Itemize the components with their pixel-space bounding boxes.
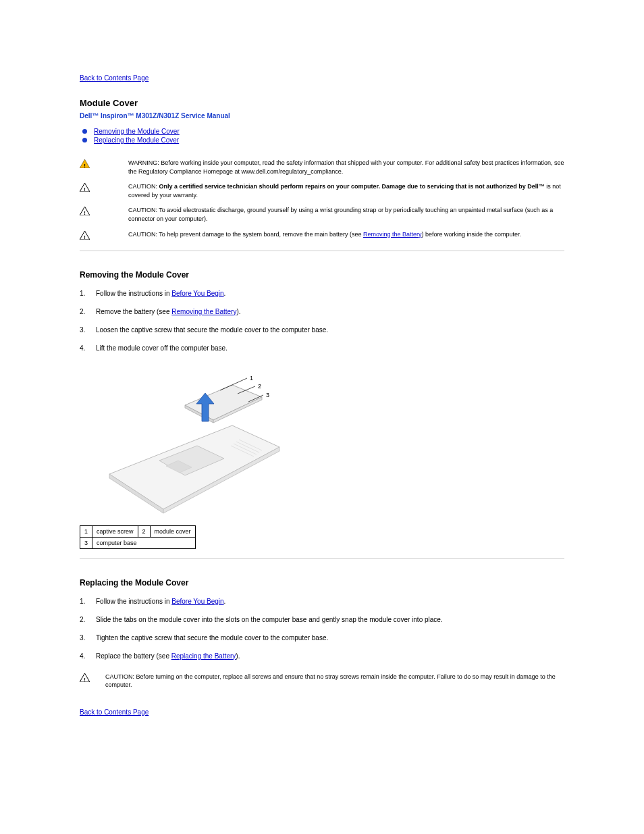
step-text: Follow the instructions in xyxy=(96,290,171,297)
svg-text:!: ! xyxy=(84,676,86,682)
svg-text:1: 1 xyxy=(250,375,253,382)
step: Replace the battery (see Replacing the B… xyxy=(80,652,564,660)
caution-bold: Only a certified service technician shou… xyxy=(159,183,545,190)
svg-text:!: ! xyxy=(84,163,86,169)
step: Slide the tabs on the module cover into … xyxy=(80,615,564,624)
removing-battery-link[interactable]: Removing the Battery xyxy=(363,231,422,238)
caution-block: ! CAUTION: To avoid electrostatic discha… xyxy=(80,206,564,223)
step: Tighten the captive screw that secure th… xyxy=(80,633,564,642)
table-row: 1 captive screw 2 module cover xyxy=(80,525,196,537)
figure: 1 2 3 xyxy=(97,366,564,516)
step-text: ). xyxy=(236,308,240,315)
legend-label: module cover xyxy=(150,525,195,537)
caution-icon: ! xyxy=(80,182,92,193)
divider xyxy=(80,251,564,251)
document-page: Back to Contents Page Module Cover Dell™… xyxy=(0,0,644,773)
toc-item: Removing the Module Cover xyxy=(82,128,564,135)
back-to-contents-top: Back to Contents Page xyxy=(80,74,564,82)
step-text: . xyxy=(224,598,226,605)
removing-battery-link[interactable]: Removing the Battery xyxy=(171,308,236,315)
step-text: Tighten the captive screw that secure th… xyxy=(96,634,328,642)
step: Loosen the captive screw that secure the… xyxy=(80,325,564,334)
toc-item: Replacing the Module Cover xyxy=(82,136,564,144)
before-you-begin-link[interactable]: Before You Begin xyxy=(171,290,223,297)
bullet-icon xyxy=(82,138,87,142)
legend-num: 2 xyxy=(138,525,150,537)
step-text: Loosen the captive screw that secure the… xyxy=(96,326,328,334)
caution-text-1: CAUTION: Only a certified service techni… xyxy=(99,182,564,199)
caution-label: CAUTION: xyxy=(128,183,159,190)
step-text: Follow the instructions in xyxy=(96,598,171,605)
section-title: Module Cover xyxy=(80,98,564,108)
step-text: Replace the battery (see xyxy=(96,652,171,660)
caution-text-3: CAUTION: To help prevent damage to the s… xyxy=(99,230,564,239)
table-row: 3 computer base xyxy=(80,537,196,548)
step-text: Lift the module cover off the computer b… xyxy=(96,344,227,352)
back-link-bottom[interactable]: Back to Contents Page xyxy=(80,708,149,716)
bullet-icon xyxy=(82,129,87,134)
removing-title: Removing the Module Cover xyxy=(80,270,564,280)
replacing-title: Replacing the Module Cover xyxy=(80,578,564,588)
legend-label: computer base xyxy=(92,537,196,548)
manual-title: Dell™ Inspiron™ M301Z/N301Z Service Manu… xyxy=(80,112,564,120)
caution3-pre: CAUTION: To help prevent damage to the s… xyxy=(128,231,363,238)
toc-link-remove[interactable]: Removing the Module Cover xyxy=(94,128,180,135)
step: Lift the module cover off the computer b… xyxy=(80,344,564,353)
divider xyxy=(80,558,564,559)
toc-link-replace[interactable]: Replacing the Module Cover xyxy=(94,136,179,144)
warning-icon: ! xyxy=(80,159,92,170)
remove-steps: Follow the instructions in Before You Be… xyxy=(80,289,564,353)
caution-icon: ! xyxy=(80,206,92,217)
step-text: Slide the tabs on the module cover into … xyxy=(96,616,443,623)
final-caution-text: CAUTION: Before turning on the computer,… xyxy=(99,673,564,689)
before-you-begin-link[interactable]: Before You Begin xyxy=(171,598,223,605)
table-of-contents: Removing the Module Cover Replacing the … xyxy=(80,128,564,144)
step: Remove the battery (see Removing the Bat… xyxy=(80,307,564,316)
caution-block: ! CAUTION: To help prevent damage to the… xyxy=(80,230,564,241)
caution3-post: ) before working inside the computer. xyxy=(422,231,522,238)
svg-text:!: ! xyxy=(84,234,86,240)
legend-label: captive screw xyxy=(92,525,138,537)
caution-icon: ! xyxy=(80,230,92,241)
warning-text: WARNING: Before working inside your comp… xyxy=(99,159,564,176)
step-text: ). xyxy=(236,652,240,660)
svg-text:3: 3 xyxy=(266,392,269,398)
caution-block: ! CAUTION: Only a certified service tech… xyxy=(80,182,564,199)
step: Follow the instructions in Before You Be… xyxy=(80,289,564,298)
legend-num: 3 xyxy=(80,537,92,548)
step-text: . xyxy=(224,290,226,297)
warning-block: ! WARNING: Before working inside your co… xyxy=(80,159,564,176)
legend-num: 1 xyxy=(80,525,92,537)
legend-table: 1 captive screw 2 module cover 3 compute… xyxy=(80,525,196,549)
svg-text:!: ! xyxy=(84,186,86,192)
back-to-contents-bottom: Back to Contents Page xyxy=(80,708,564,716)
replace-steps: Follow the instructions in Before You Be… xyxy=(80,597,564,660)
back-link-top[interactable]: Back to Contents Page xyxy=(80,74,149,82)
step-text: Remove the battery (see xyxy=(96,308,171,315)
caution-block: ! CAUTION: Before turning on the compute… xyxy=(80,673,564,689)
replacing-battery-link[interactable]: Replacing the Battery xyxy=(171,652,236,660)
caution-text-2: CAUTION: To avoid electrostatic discharg… xyxy=(99,206,564,223)
caution-icon: ! xyxy=(80,673,92,683)
svg-text:!: ! xyxy=(84,210,86,216)
svg-text:2: 2 xyxy=(258,383,261,390)
step: Follow the instructions in Before You Be… xyxy=(80,597,564,606)
